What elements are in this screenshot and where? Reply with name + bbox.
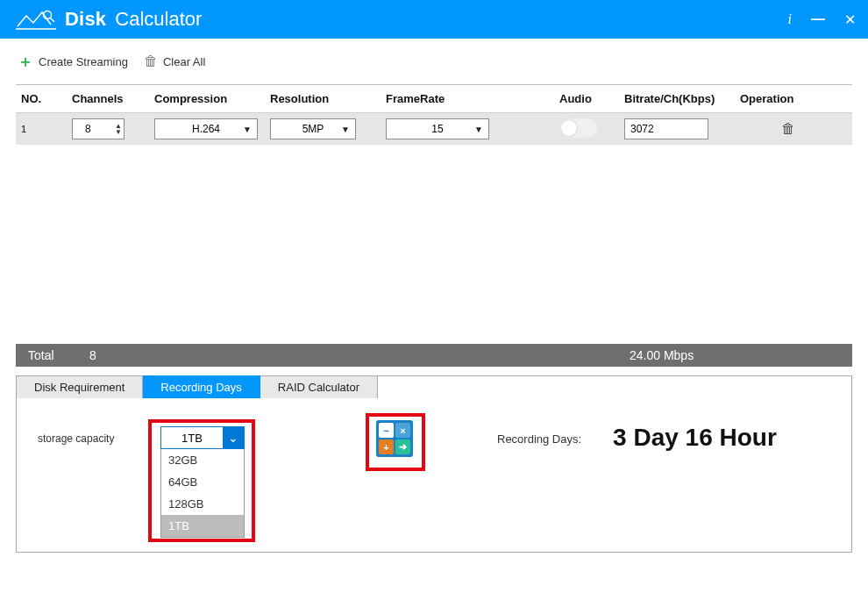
close-button[interactable]: ✕ [844,11,856,28]
audio-toggle[interactable] [559,118,598,138]
recording-days-value: 3 Day 16 Hour [613,424,777,452]
title-bar: Disk Calculator i — ✕ [0,0,868,39]
capacity-option[interactable]: 1TB [161,515,244,537]
total-label: Total [28,348,89,362]
tab-recording-days[interactable]: Recording Days [143,375,260,398]
clear-all-button[interactable]: 🗑 Clear All [144,54,205,69]
compression-value: H.264 [192,123,220,135]
capacity-options-list: 32GB 64GB 128GB 1TB [160,449,245,538]
calc-times-icon: × [395,423,410,438]
bitrate-value: 3072 [630,123,654,135]
cell-no: 1 [16,124,72,134]
create-streaming-label: Create Streaming [39,55,128,68]
header-channels: Channels [72,92,154,105]
capacity-option[interactable]: 32GB [161,449,244,471]
clear-all-label: Clear All [163,55,205,68]
total-channels: 8 [89,348,630,362]
channels-spinner[interactable]: 8 ▲▼ [72,118,125,139]
calc-arrow-icon: ➜ [395,439,410,454]
tab-raid-calculator[interactable]: RAID Calculator [260,375,378,398]
calc-plus-icon: + [379,439,394,454]
tab-disk-requirement[interactable]: Disk Requirement [16,375,143,398]
capacity-option[interactable]: 128GB [161,493,244,515]
resolution-dropdown[interactable]: 5MP ▼ [270,118,356,139]
header-audio: Audio [559,92,624,105]
capacity-dropdown[interactable]: 1TB ⌄ [160,426,245,449]
capacity-option[interactable]: 64GB [161,471,244,493]
table-row: 1 8 ▲▼ H.264 ▼ 5MP ▼ 15 ▼ [16,113,852,145]
header-compression: Compression [154,92,270,105]
plus-icon: ＋ [18,51,33,72]
calc-minus-icon: − [379,423,394,438]
compression-dropdown[interactable]: H.264 ▼ [154,118,258,139]
caret-down-icon: ▼ [474,125,483,134]
framerate-dropdown[interactable]: 15 ▼ [386,118,489,139]
calculate-button[interactable]: − × + ➜ [376,420,413,457]
app-title-bold: Disk [65,8,106,31]
minimize-button[interactable]: — [811,11,825,28]
app-logo-icon [16,9,56,30]
header-framerate: FrameRate [386,92,559,105]
recording-days-label: Recording Days: [497,432,581,446]
chevron-down-icon: ⌄ [223,427,244,448]
header-bitrate: Bitrate/Ch(Kbps) [624,92,740,105]
info-button[interactable]: i [788,11,792,28]
toolbar: ＋ Create Streaming 🗑 Clear All [0,39,868,84]
header-resolution: Resolution [270,92,386,105]
framerate-value: 15 [431,123,443,135]
capacity-value: 1TB [161,432,223,445]
create-streaming-button[interactable]: ＋ Create Streaming [18,51,128,72]
svg-line-1 [50,18,54,22]
header-operation: Operation [740,92,836,105]
caret-down-icon: ▼ [341,125,350,134]
total-bitrate: 24.00 Mbps [630,348,840,362]
storage-capacity-label: storage capacity [38,432,160,445]
total-bar: Total 8 24.00 Mbps [16,344,852,367]
streams-table: NO. Channels Compression Resolution Fram… [16,84,852,344]
channels-value: 8 [85,123,91,135]
delete-row-button[interactable]: 🗑 [740,121,836,137]
app-title-light: Calculator [115,8,202,31]
bitrate-input[interactable]: 3072 [624,118,708,139]
resolution-value: 5MP [302,123,324,135]
recording-days-panel: storage capacity 1TB ⌄ 32GB 64GB 128GB 1… [17,399,851,552]
spin-down-icon[interactable]: ▼ [115,129,122,135]
tabs-area: Disk Requirement Recording Days RAID Cal… [16,375,852,553]
caret-down-icon: ▼ [243,125,252,134]
header-no: NO. [16,92,72,105]
trash-icon: 🗑 [144,54,158,69]
